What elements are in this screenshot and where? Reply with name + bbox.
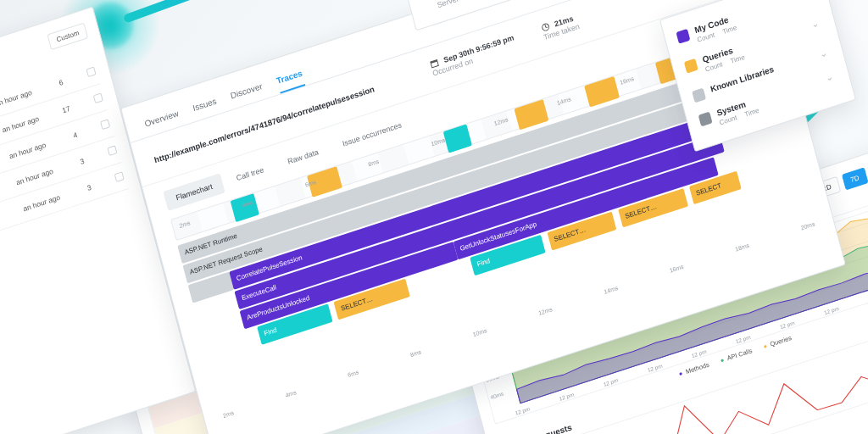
range-7d[interactable]: 7D — [842, 167, 868, 190]
flame-legend: My Code CountTime ⌄ Queries CountTime ⌄ … — [659, 0, 856, 152]
svg-text:12 pm: 12 pm — [647, 363, 663, 374]
swatch-icon — [692, 88, 706, 103]
svg-text:12 pm: 12 pm — [735, 334, 751, 345]
swatch-icon — [676, 29, 690, 44]
svg-text:12 pm: 12 pm — [779, 320, 795, 331]
svg-text:12 pm: 12 pm — [603, 377, 619, 388]
swatch-icon — [684, 58, 698, 74]
svg-text:12 pm: 12 pm — [823, 305, 839, 316]
svg-text:12 pm: 12 pm — [515, 405, 531, 416]
svg-text:12 pm: 12 pm — [691, 348, 707, 359]
legend-item-system[interactable]: System CountTime ⌄ — [698, 71, 837, 133]
chevron-down-icon: ⌄ — [818, 47, 828, 60]
svg-text:12 pm: 12 pm — [559, 392, 575, 403]
time-taken: 21msTime taken — [540, 13, 581, 42]
traces-table: 2 years agoan hour ago62 years agoan hou… — [0, 58, 129, 283]
chevron-down-icon: ⌄ — [810, 18, 821, 31]
subtab-calltree[interactable]: Call tree — [223, 156, 276, 192]
swatch-icon — [698, 112, 713, 127]
chevron-down-icon: ⌄ — [825, 71, 835, 84]
chevron-down-icon: ⌄ — [803, 0, 813, 1]
svg-text:40ms: 40ms — [490, 390, 505, 400]
